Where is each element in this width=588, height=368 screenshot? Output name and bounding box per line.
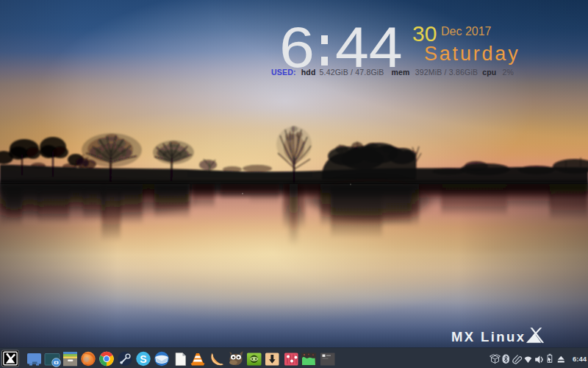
svg-text:S: S (140, 353, 146, 365)
